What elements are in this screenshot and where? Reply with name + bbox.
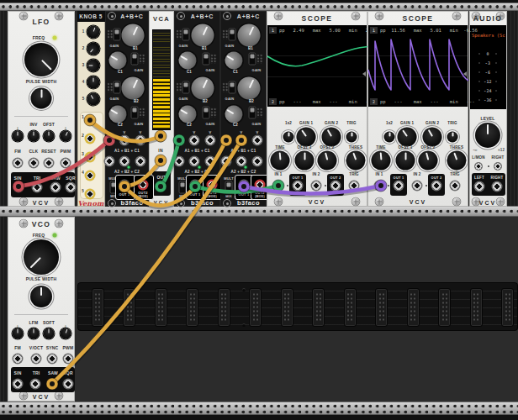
abc-out2-output[interactable] <box>255 180 266 191</box>
abc-input-c2[interactable] <box>205 156 216 167</box>
vco-tri-output[interactable] <box>30 379 41 390</box>
abc-input-c2[interactable] <box>135 156 146 167</box>
lfo-fm-knob[interactable] <box>13 131 24 142</box>
abc-mult-switch[interactable] <box>225 181 233 194</box>
abc-input-c1[interactable] <box>252 135 263 146</box>
audio-level-knob[interactable] <box>475 123 500 148</box>
abc-out1-output[interactable] <box>190 180 201 191</box>
knob5-output-4[interactable] <box>85 171 96 181</box>
scope-knob[interactable] <box>283 132 294 143</box>
meter-dot <box>495 81 497 82</box>
abc-b1-gain-switch[interactable] <box>229 29 236 41</box>
abc-input-a2[interactable] <box>221 156 232 167</box>
knob5-output-2[interactable] <box>85 134 96 144</box>
knob5-knob-4[interactable] <box>87 76 100 89</box>
abc-input-a2[interactable] <box>104 156 115 167</box>
lfo-tri-output[interactable] <box>32 182 43 193</box>
scope-knob[interactable] <box>346 132 357 143</box>
vco-fm-knob[interactable] <box>13 328 24 339</box>
abc-c1-gain-switch[interactable] <box>203 53 210 66</box>
scope-in2-input[interactable] <box>311 181 322 192</box>
knob5-knob-3[interactable] <box>87 60 100 72</box>
abc-b1-gain-switch[interactable] <box>182 29 190 41</box>
abc-c1-gain-switch[interactable] <box>131 53 139 66</box>
scope-knob[interactable] <box>295 151 314 171</box>
abc-input-c1[interactable] <box>135 135 146 146</box>
scope-knob[interactable] <box>396 151 415 171</box>
lfo-fm-input[interactable] <box>13 158 24 169</box>
vca-in-input[interactable] <box>156 156 166 167</box>
lfo-sqr-output[interactable] <box>66 182 77 193</box>
blank-panel-sliver <box>0 217 8 402</box>
abc-input-a1[interactable] <box>174 135 185 146</box>
knob5-output-5[interactable] <box>85 189 96 200</box>
abc-b1-gain-switch[interactable] <box>114 29 121 41</box>
vco-sync-input[interactable] <box>47 354 58 365</box>
vco-saw-output[interactable] <box>47 379 58 390</box>
scope-out1-output[interactable] <box>394 181 404 192</box>
vco-sin-output[interactable] <box>13 379 24 390</box>
abc-c2-gain-switch[interactable] <box>249 107 256 119</box>
abc-out2-output[interactable] <box>207 180 218 191</box>
scope-out1-output[interactable] <box>293 181 304 192</box>
scope-in2-label: IN 2 <box>413 173 420 177</box>
abc-input-b1[interactable] <box>236 135 247 146</box>
vca-level-slider[interactable] <box>153 30 170 129</box>
abc-b2-gain-switch[interactable] <box>229 81 236 94</box>
vco-fm-input[interactable] <box>13 354 24 365</box>
vco-voct-input[interactable] <box>31 354 42 365</box>
abc-input-b1[interactable] <box>119 135 130 146</box>
vca-out-output[interactable] <box>156 181 166 192</box>
scope-out2-output[interactable] <box>330 181 341 192</box>
scope-in1-input[interactable] <box>273 181 284 192</box>
dot-grid-icon <box>223 30 229 39</box>
lfo-sin-output[interactable] <box>13 182 24 193</box>
scope-trig-input[interactable] <box>450 181 461 192</box>
dot-grid-icon <box>223 83 229 92</box>
scope-trig-input[interactable] <box>349 181 360 192</box>
abc-input-b1[interactable] <box>189 135 200 146</box>
abc-input-a1[interactable] <box>104 135 115 146</box>
scope-in2-input[interactable] <box>412 181 423 192</box>
audio-left-input[interactable] <box>474 181 485 192</box>
audio-right-input[interactable] <box>492 181 503 192</box>
vco-lfm-switch-knob[interactable] <box>29 328 40 339</box>
abc-input-a2[interactable] <box>174 156 185 167</box>
knob5-output-3[interactable] <box>85 152 96 163</box>
abc-b2-gain-switch[interactable] <box>114 81 121 94</box>
lfo-clk-input[interactable] <box>29 158 40 169</box>
knob5-output-1[interactable] <box>85 115 96 126</box>
scope-out2-output[interactable] <box>431 181 442 192</box>
lfo-inv-knob[interactable] <box>29 131 40 142</box>
vca-cv-input[interactable] <box>156 132 166 143</box>
scope-knob[interactable] <box>447 132 458 143</box>
abc-c1-gain-switch[interactable] <box>249 53 256 66</box>
scope-in1-input[interactable] <box>374 181 385 192</box>
vco-pw-knob[interactable] <box>30 286 52 307</box>
lfo-pwm-input[interactable] <box>61 158 71 169</box>
vco-sqr-output[interactable] <box>63 379 74 390</box>
abc-input-c2[interactable] <box>252 156 263 167</box>
vca-in-label: IN <box>158 149 162 153</box>
lfo-ofst-knob[interactable] <box>44 131 55 142</box>
abc-c2-gain-switch[interactable] <box>131 107 139 119</box>
vco-pwm-input[interactable] <box>63 354 74 365</box>
lfo-reset-input[interactable] <box>44 158 55 169</box>
abc-out1-output[interactable] <box>119 180 130 191</box>
abc-input-a1[interactable] <box>221 135 232 146</box>
lfo-saw-output[interactable] <box>50 182 61 193</box>
abc-input-c1[interactable] <box>205 135 216 146</box>
abc-c2-gain-switch[interactable] <box>203 107 210 119</box>
abc-b2-gain-switch[interactable] <box>182 81 190 94</box>
vco-soft-switch-knob[interactable] <box>44 328 55 339</box>
audio-device-name[interactable]: Speakers (Sc <box>472 34 505 39</box>
v​co-lfm-label: LFM <box>29 321 39 325</box>
audio-lmon-output[interactable] <box>474 162 483 171</box>
lfo-pw-knob[interactable] <box>31 88 52 109</box>
abc-out2-output[interactable] <box>138 180 149 191</box>
scope-knob-label: THRES <box>349 146 362 150</box>
abc-gain-label: GAIN <box>179 45 188 48</box>
abc-out1-output[interactable] <box>239 180 250 191</box>
audio-right-output[interactable] <box>494 162 502 171</box>
scope-knob[interactable] <box>384 132 395 143</box>
